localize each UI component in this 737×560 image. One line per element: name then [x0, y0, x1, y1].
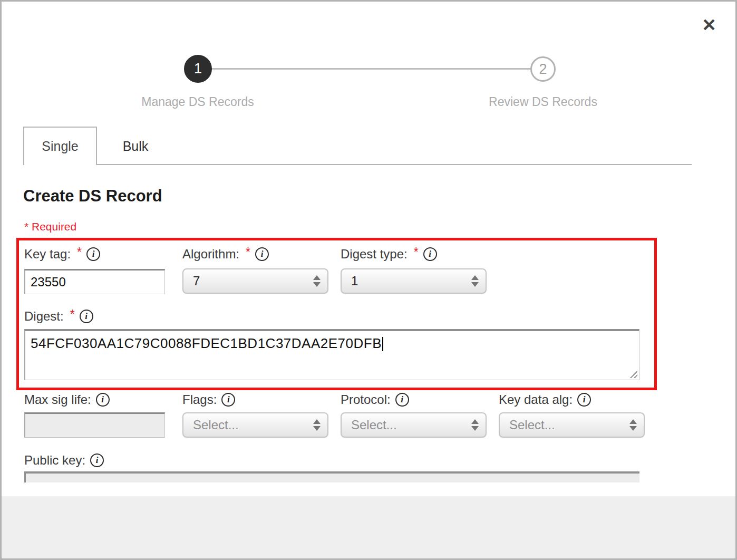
protocol-select-placeholder: Select... — [351, 413, 397, 437]
step-2-circle: 2 — [530, 56, 556, 82]
public-key-label-text: Public key: — [24, 453, 85, 468]
modal-footer: Cancel Back Next — [2, 496, 735, 560]
info-icon[interactable]: i — [90, 453, 104, 467]
tab-bulk[interactable]: Bulk — [99, 128, 172, 165]
key-data-alg-select-placeholder: Select... — [509, 413, 555, 437]
key-data-alg-label: Key data alg: i — [499, 392, 591, 407]
digest-type-select[interactable]: 1 — [341, 268, 487, 294]
max-sig-life-label: Max sig life: i — [24, 392, 110, 407]
digest-type-label-text: Digest type: — [341, 247, 408, 262]
required-asterisk: * — [414, 245, 419, 259]
digest-label-text: Digest: — [24, 309, 64, 324]
digest-textarea[interactable]: 54FCF030AA1C79C0088FDEC1BD1C37DAA2E70DFB — [24, 329, 639, 380]
algorithm-label-text: Algorithm: — [182, 247, 239, 262]
create-ds-record-modal: ✕ 1 2 Manage DS Records Review DS Record… — [0, 0, 737, 560]
tab-underline — [97, 164, 692, 165]
required-asterisk: * — [70, 307, 75, 322]
info-icon[interactable]: i — [255, 247, 269, 261]
select-arrows-icon — [471, 419, 479, 431]
required-asterisk: * — [246, 245, 250, 259]
digest-value: 54FCF030AA1C79C0088FDEC1BD1C37DAA2E70DFB — [31, 335, 382, 351]
key-data-alg-label-text: Key data alg: — [499, 392, 573, 407]
step-1-label: Manage DS Records — [108, 95, 287, 109]
key-tag-label-text: Key tag: — [24, 247, 71, 262]
digest-type-label: Digest type: * i — [341, 247, 437, 262]
info-icon[interactable]: i — [395, 393, 409, 407]
algorithm-label: Algorithm: * i — [182, 247, 269, 262]
info-icon[interactable]: i — [86, 247, 100, 261]
public-key-label: Public key: i — [24, 453, 104, 468]
info-icon[interactable]: i — [80, 310, 93, 323]
resize-handle-icon[interactable] — [628, 369, 637, 378]
info-icon[interactable]: i — [423, 247, 437, 261]
protocol-label: Protocol: i — [341, 392, 409, 407]
required-asterisk: * — [77, 245, 82, 259]
select-arrows-icon — [471, 275, 479, 287]
select-arrows-icon — [313, 419, 321, 431]
stepper-connector-line — [212, 68, 530, 70]
protocol-label-text: Protocol: — [341, 392, 391, 407]
key-tag-input[interactable] — [24, 269, 165, 294]
key-tag-label: Key tag: * i — [24, 247, 100, 262]
flags-label-text: Flags: — [182, 392, 217, 407]
step-1-circle: 1 — [184, 55, 212, 83]
flags-select[interactable]: Select... — [182, 412, 328, 438]
close-icon[interactable]: ✕ — [697, 13, 721, 36]
text-cursor — [382, 337, 383, 351]
select-arrows-icon — [313, 275, 321, 287]
flags-label: Flags: i — [182, 392, 235, 407]
step-2-label: Review DS Records — [453, 95, 633, 109]
key-data-alg-select[interactable]: Select... — [499, 412, 645, 438]
info-icon[interactable]: i — [221, 393, 235, 407]
page-title: Create DS Record — [23, 187, 162, 206]
select-arrows-icon — [629, 419, 637, 431]
info-icon[interactable]: i — [96, 393, 110, 407]
max-sig-life-label-text: Max sig life: — [24, 392, 91, 407]
tab-single[interactable]: Single — [23, 127, 97, 165]
algorithm-select[interactable]: 7 — [182, 268, 328, 294]
flags-select-placeholder: Select... — [193, 413, 239, 437]
digest-label: Digest: * i — [24, 309, 93, 324]
info-icon[interactable]: i — [577, 393, 591, 407]
public-key-textarea[interactable] — [24, 471, 639, 482]
required-note: * Required — [24, 220, 76, 233]
algorithm-select-value: 7 — [193, 269, 200, 293]
max-sig-life-input[interactable] — [24, 412, 165, 438]
protocol-select[interactable]: Select... — [341, 412, 487, 438]
digest-type-select-value: 1 — [351, 269, 358, 293]
